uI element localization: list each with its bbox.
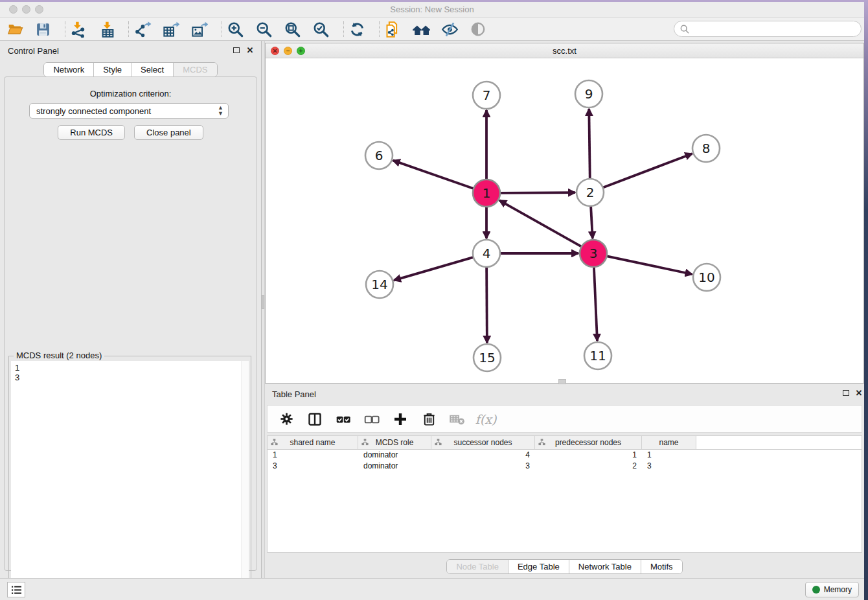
table-panel-title: Table Panel	[272, 389, 316, 399]
cell-successor-nodes[interactable]: 3	[431, 461, 535, 472]
network-canvas[interactable]: 7968124314101511	[266, 58, 863, 383]
function-builder-icon: f(x)	[476, 410, 496, 429]
graph-node-11[interactable]: 11	[584, 342, 611, 369]
graph-node-1[interactable]: 1	[473, 179, 500, 207]
zoom-out-icon[interactable]	[253, 19, 274, 39]
add-column-icon[interactable]	[391, 410, 410, 429]
column-header-mcds-role[interactable]: MCDS role	[358, 436, 431, 449]
toolbar-separator	[128, 21, 129, 37]
graph-edge-4-15[interactable]	[486, 266, 487, 343]
show-icon[interactable]	[468, 19, 488, 39]
graph-node-4[interactable]: 4	[473, 240, 500, 267]
graph-edge-1-6[interactable]	[393, 161, 475, 189]
save-session-icon[interactable]	[32, 19, 53, 39]
column-header-predecessor-nodes[interactable]: predecessor nodes	[535, 436, 642, 449]
graph-node-7[interactable]: 7	[473, 82, 500, 109]
cell-mcds-role[interactable]: dominator	[358, 461, 431, 472]
column-namespace-icon	[271, 439, 278, 446]
svg-text:7: 7	[483, 87, 491, 103]
graph-node-3[interactable]: 3	[580, 240, 607, 267]
clone-network-icon[interactable]	[382, 19, 403, 39]
zoom-selected-icon[interactable]	[310, 19, 331, 39]
result-scrollbar[interactable]	[241, 361, 249, 600]
graph-node-6[interactable]: 6	[365, 142, 393, 169]
cell-shared-name[interactable]: 3	[268, 461, 358, 472]
cell-successor-nodes[interactable]: 4	[431, 450, 535, 461]
float-table-panel-icon[interactable]	[841, 389, 851, 398]
table-row[interactable]: 1 dominator 4 1 1	[268, 450, 862, 461]
mcds-result-text[interactable]: 1 3	[11, 361, 241, 600]
svg-text:6: 6	[375, 148, 383, 163]
zoom-in-icon[interactable]	[225, 19, 246, 39]
import-network-icon[interactable]	[67, 19, 88, 39]
close-panel-icon[interactable]: ✕	[246, 46, 255, 55]
float-panel-icon[interactable]	[232, 46, 241, 55]
column-header-successor-nodes[interactable]: successor nodes	[431, 436, 535, 449]
graph-node-14[interactable]: 14	[366, 271, 393, 298]
table-toolbar: f(x)	[267, 405, 862, 433]
task-history-button[interactable]	[7, 582, 25, 597]
graph-edge-1-2[interactable]	[499, 192, 575, 193]
tab-node-table[interactable]: Node Table	[447, 560, 508, 573]
delete-table-icon	[448, 410, 467, 429]
tab-select[interactable]: Select	[131, 63, 174, 76]
open-file-icon[interactable]	[5, 19, 26, 39]
tab-network[interactable]: Network	[44, 63, 94, 76]
control-panel-tabbar: Network Style Select MCDS	[0, 62, 261, 77]
tab-mcds[interactable]: MCDS	[174, 63, 216, 76]
graph-edge-2-9[interactable]	[589, 109, 589, 180]
cell-name[interactable]: 1	[642, 450, 696, 461]
show-columns-icon[interactable]	[305, 410, 325, 429]
control-panel-title: Control Panel	[8, 46, 59, 56]
tab-edge-table[interactable]: Edge Table	[508, 560, 569, 573]
graph-edge-2-8[interactable]	[602, 154, 692, 188]
tab-motifs[interactable]: Motifs	[641, 560, 682, 573]
cell-mcds-role[interactable]: dominator	[358, 450, 431, 461]
import-table-icon[interactable]	[97, 19, 118, 39]
node-table[interactable]: shared name MCDS role successor nodes pr…	[267, 435, 862, 553]
export-image-icon[interactable]	[188, 19, 209, 39]
network-resize-grip[interactable]	[558, 379, 566, 384]
home-icon[interactable]	[411, 19, 431, 39]
graph-node-8[interactable]: 8	[692, 135, 720, 162]
export-table-icon[interactable]	[160, 19, 181, 39]
tab-network-table[interactable]: Network Table	[569, 560, 641, 573]
cell-name[interactable]: 3	[642, 461, 696, 472]
delete-column-icon[interactable]	[419, 410, 439, 429]
table-row[interactable]: 3 dominator 3 2 3	[268, 461, 862, 472]
settings-gear-icon[interactable]	[277, 410, 296, 429]
graph-node-10[interactable]: 10	[693, 264, 720, 291]
close-panel-button[interactable]: Close panel	[134, 125, 203, 140]
graph-node-15[interactable]: 15	[474, 344, 501, 371]
graph-edge-4-14[interactable]	[394, 257, 475, 280]
svg-text:8: 8	[702, 141, 711, 156]
graph-edge-2-3[interactable]	[591, 205, 593, 238]
column-header-shared-name[interactable]: shared name	[268, 436, 358, 449]
chevron-updown-icon: ▲▼	[218, 105, 223, 117]
graph-edge-3-1[interactable]	[499, 200, 582, 247]
column-header-name[interactable]: name	[642, 436, 696, 449]
graph-edge-3-10[interactable]	[606, 256, 692, 274]
mcds-result-groupbox: MCDS result (2 nodes) 1 3	[8, 356, 251, 600]
splitter-grip[interactable]	[262, 295, 264, 309]
tab-style[interactable]: Style	[94, 63, 131, 76]
refresh-icon[interactable]	[347, 19, 367, 39]
export-network-icon[interactable]	[132, 19, 153, 39]
cell-predecessor-nodes[interactable]: 2	[535, 461, 642, 472]
cell-shared-name[interactable]: 1	[268, 450, 358, 461]
select-all-icon[interactable]	[334, 410, 353, 429]
hide-icon[interactable]	[439, 19, 460, 39]
window-title: Session: New Session	[0, 5, 864, 14]
table-panel-header: Table Panel ✕	[265, 387, 864, 402]
criterion-select[interactable]: strongly connected component ▲▼	[29, 103, 229, 119]
zoom-fit-icon[interactable]	[282, 19, 303, 39]
search-input[interactable]	[674, 21, 862, 37]
run-mcds-button[interactable]: Run MCDS	[58, 125, 125, 140]
graph-edge-3-11[interactable]	[594, 266, 597, 341]
cell-predecessor-nodes[interactable]: 1	[535, 450, 642, 461]
memory-button[interactable]: Memory	[805, 582, 859, 597]
graph-node-2[interactable]: 2	[577, 179, 604, 206]
close-table-panel-icon[interactable]: ✕	[854, 389, 863, 398]
deselect-all-icon[interactable]	[362, 410, 382, 429]
graph-node-9[interactable]: 9	[575, 80, 602, 108]
